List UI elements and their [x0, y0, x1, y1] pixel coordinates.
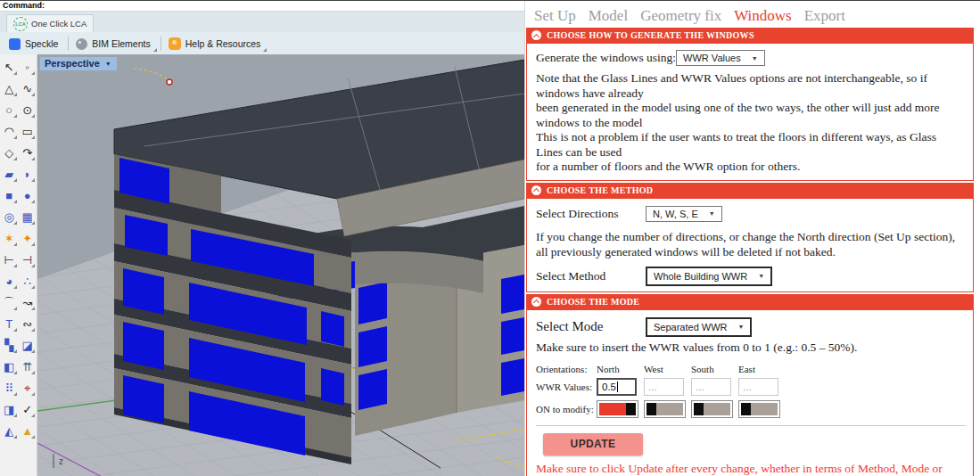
svg-text:z: z — [59, 456, 63, 466]
tab-one-click-lca[interactable]: LCA One Click LCA — [6, 14, 94, 32]
divider — [536, 425, 966, 426]
command-bar[interactable]: Command: — [0, 1, 524, 12]
modify-toggle-west[interactable] — [644, 400, 686, 418]
section-header-generate-windows[interactable]: CHOOSE HOW TO GENERATE THE WINDOWS — [526, 28, 974, 43]
rectangle-tool-icon[interactable]: ▭ — [19, 120, 37, 142]
pin-tool-icon[interactable]: ⌖ — [19, 377, 37, 398]
speckle-button[interactable]: Speckle — [4, 36, 65, 53]
ellipse-tool-icon[interactable]: ⊙ — [19, 99, 37, 120]
sphere-tool-icon[interactable]: ● — [19, 185, 37, 206]
tab-windows[interactable]: Windows — [734, 7, 791, 26]
section-body-mode: Select Mode Separated WWR ▼ Make sure to… — [526, 309, 974, 476]
toggle-track — [656, 403, 683, 415]
patch-surface-tool-icon[interactable]: ▦ — [19, 206, 37, 227]
section-title: CHOOSE HOW TO GENERATE THE WINDOWS — [547, 30, 754, 40]
viewport-title[interactable]: Perspective ▼ — [40, 57, 117, 70]
update-warning-text: Make sure to click Update after every ch… — [536, 461, 966, 476]
collapse-icon[interactable] — [531, 30, 541, 40]
wwr-input-wrap — [738, 378, 778, 396]
blocks-tool-icon[interactable]: ▚ — [0, 334, 19, 356]
chevron-down-icon: ▼ — [105, 61, 111, 67]
collapse-icon[interactable] — [531, 297, 541, 307]
tab-geometry-fix[interactable]: Geometry fix — [640, 7, 721, 26]
orientation-header-east: East — [738, 364, 778, 374]
array-tool-icon[interactable]: ⠿ — [0, 377, 19, 398]
box-tool-icon[interactable]: ■ — [0, 185, 19, 206]
toolbar-divider — [161, 37, 161, 51]
tab-export[interactable]: Export — [804, 7, 845, 26]
torus-tool-icon[interactable]: ◎ — [0, 206, 19, 227]
section-header-mode[interactable]: CHOOSE THE MODE — [526, 294, 974, 309]
direction-tool-icon[interactable]: ⇈ — [19, 356, 37, 377]
toggle-knob — [646, 403, 656, 415]
fillet-tool-icon[interactable]: ⊢ — [0, 249, 19, 270]
wwr-input-east[interactable] — [738, 378, 778, 396]
bim-elements-icon — [76, 38, 87, 50]
curved-surface-tool-icon[interactable]: ◗ — [19, 163, 37, 185]
generate-note-text: Note that the Glass Lines and WWR Values… — [536, 71, 966, 175]
wwr-input-wrap — [597, 378, 637, 396]
burst-tool-icon[interactable]: ✦ — [19, 227, 37, 249]
circle-tool-icon[interactable]: ○ — [0, 99, 19, 120]
explode-tool-icon[interactable]: ✶ — [0, 227, 19, 249]
plugin-toolbar: SpeckleBIM ElementsHelp & Resources — [0, 32, 524, 56]
toggle-track — [704, 403, 730, 415]
adjust-curve-tool-icon[interactable]: ↝ — [19, 291, 37, 313]
wwr-input-south[interactable] — [691, 378, 731, 396]
chevron-down-icon: ▼ — [738, 324, 745, 330]
rhino-viewport[interactable]: z Perspective ▼ — [37, 54, 524, 476]
control-points-tool-icon[interactable]: ∾ — [19, 313, 37, 334]
select-directions-label: Select Directions — [536, 207, 646, 221]
modify-toggle-east[interactable] — [738, 400, 780, 418]
bim-elements-button[interactable]: BIM Elements — [71, 36, 157, 53]
wwr-input-west[interactable] — [644, 378, 684, 396]
select-method-select[interactable]: Whole Building WWR ▼ — [646, 267, 772, 286]
trim-tool-icon[interactable]: ◪ — [19, 334, 37, 356]
orientations-label: Orientations: — [536, 364, 597, 374]
text-caret — [617, 382, 618, 392]
modify-toggle-south[interactable] — [691, 400, 733, 418]
section-title: CHOOSE THE METHOD — [547, 185, 653, 195]
chevron-down-icon: ▼ — [752, 55, 758, 62]
panel-tab-bar: Set UpModelGeometry fixWindowsExport — [525, 1, 980, 26]
surface-tool-icon[interactable]: ▰ — [0, 163, 19, 185]
curve-edit-tool-icon[interactable]: ↷ — [19, 142, 37, 163]
toggle-knob — [694, 403, 704, 415]
boolean-union-tool-icon[interactable]: ◕ — [0, 270, 19, 291]
cone-tool-icon[interactable]: ▲ — [19, 420, 37, 441]
pointer-tool-icon[interactable]: ↖ — [0, 56, 19, 78]
extrude-tool-icon[interactable]: ◧ — [0, 356, 19, 377]
shapes-tool-icon[interactable]: ◭ — [0, 420, 19, 441]
select-directions-select[interactable]: N, W, S, E ▼ — [646, 206, 722, 222]
boolean-diff-tool-icon[interactable]: ∴ — [19, 270, 37, 291]
check-tool-icon[interactable]: ✓ — [19, 398, 37, 420]
toggle-knob — [741, 403, 751, 415]
orientation-header-west: West — [644, 364, 684, 374]
chamfer-tool-icon[interactable]: ⊣ — [19, 249, 37, 270]
orientation-header-south: South — [691, 364, 731, 374]
section-header-method[interactable]: CHOOSE THE METHOD — [526, 183, 974, 198]
polygon-tool-icon[interactable]: ◇ — [0, 142, 19, 163]
viewport-3d-scene: z — [37, 54, 524, 476]
help-resources-button[interactable]: Help & Resources — [164, 35, 268, 53]
collapse-icon[interactable] — [531, 185, 541, 195]
toggle-track — [751, 403, 778, 415]
select-mode-select[interactable]: Separated WWR ▼ — [646, 317, 752, 337]
modify-toggle-north[interactable] — [597, 400, 638, 418]
section-body-method: Select Directions N, W, S, E ▼ If you ch… — [526, 198, 974, 292]
command-label: Command: — [3, 1, 45, 10]
notebook-tool-icon[interactable]: ◨ — [0, 398, 19, 420]
polyline-tool-icon[interactable]: △ — [0, 78, 19, 99]
tab-model[interactable]: Model — [589, 7, 628, 26]
curve-tool-icon[interactable]: ∿ — [19, 78, 37, 99]
tab-set-up[interactable]: Set Up — [534, 7, 576, 26]
generate-using-select[interactable]: WWR Values ▼ — [676, 50, 765, 66]
wwr-input-wrap — [691, 378, 731, 396]
plugin-tab-label: One Click LCA — [31, 19, 86, 29]
point-tool-icon[interactable]: ◦ — [19, 56, 37, 78]
building-model[interactable] — [114, 60, 524, 464]
text-tool-icon[interactable]: T — [0, 313, 19, 334]
blend-tool-icon[interactable]: ⌒ — [0, 291, 19, 313]
arc-tool-icon[interactable]: ◠ — [0, 120, 19, 142]
update-button[interactable]: UPDATE — [543, 433, 643, 455]
